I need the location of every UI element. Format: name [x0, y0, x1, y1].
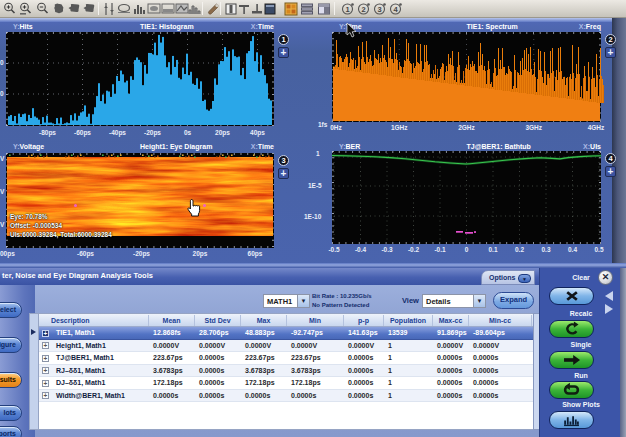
cell-max-cc: 0.0000s: [433, 390, 469, 403]
mouse-cursor-hand-icon: [186, 198, 203, 218]
expand-row-icon[interactable]: +: [42, 367, 49, 374]
column-header-description[interactable]: Description: [39, 315, 149, 326]
cell-min: 0.0000s: [287, 390, 344, 403]
plot-3-add-button[interactable]: +: [278, 168, 289, 179]
y-tick-label: V: [0, 155, 4, 162]
outer-edge-strip: [620, 268, 626, 437]
view-select[interactable]: Details ▼: [422, 294, 486, 308]
expand-row-icon[interactable]: +: [42, 392, 49, 399]
x-tick-label: 20ps: [193, 250, 208, 257]
cell-max: 223.67ps: [241, 352, 287, 365]
y-tick-label: 1fs: [318, 121, 327, 128]
expand-button[interactable]: Expand: [493, 292, 534, 309]
plot-1-add-button[interactable]: +: [278, 47, 289, 58]
x-tick-label: -0.4: [355, 246, 366, 253]
cell-p-p: 141.63ps: [344, 327, 384, 340]
plot-x-axis-label: X:Time: [251, 142, 274, 151]
cell-p-p: 0.0000s: [344, 377, 384, 390]
measurement-name: TJ@BER1, Math1: [52, 352, 149, 365]
cell-min-cc: 0.0000V: [469, 340, 532, 353]
cell-p-p: 0.0000s: [344, 352, 384, 365]
recalc-button[interactable]: [549, 320, 594, 338]
cell-p-p: 0.0000s: [344, 365, 384, 378]
run-label: Run: [551, 372, 611, 379]
cell-std-dev: 0.0000s: [195, 390, 241, 403]
table-row-4[interactable]: +RJ–δδ1, Math13.6783ps0.0000s3.6783ps3.6…: [39, 365, 533, 378]
plot-x-axis-label: X:Freq: [579, 22, 601, 31]
cell-max: 172.18ps: [241, 377, 287, 390]
plot-2-badge[interactable]: 2: [605, 34, 616, 45]
cell-std-dev: 0.0000s: [195, 365, 241, 378]
source-value: MATH1: [267, 297, 292, 306]
cell-mean: 172.18ps: [149, 377, 195, 390]
nav-left-triangle[interactable]: [605, 291, 613, 301]
sidebar-tab-elect[interactable]: elect: [0, 302, 22, 318]
clear-button[interactable]: [549, 287, 594, 305]
show-plots-button[interactable]: [549, 411, 594, 429]
plot-4-add-button[interactable]: +: [605, 166, 616, 177]
x-tick-label: 00ps: [0, 250, 15, 257]
x-tick-label: 0s: [184, 129, 191, 136]
column-header-mean[interactable]: Mean: [149, 315, 195, 326]
cell-max-cc: 0.0000V: [433, 340, 469, 353]
panel-right-section: ✕ ClearRecalcSingleRunShow Plots: [539, 268, 626, 437]
table-row-2[interactable]: +Height1, Math10.0000V0.0000V0.0000V0.00…: [39, 340, 533, 353]
cell-min: 223.67ps: [287, 352, 344, 365]
y-tick-label: 1: [316, 150, 320, 157]
expand-row-icon[interactable]: +: [42, 342, 49, 349]
plot-2-add-button[interactable]: +: [605, 47, 616, 58]
plot-y-axis-label: Y:BER: [339, 142, 360, 151]
chevron-down-icon[interactable]: ▼: [297, 295, 309, 307]
column-header-min[interactable]: Min: [287, 315, 344, 326]
table-row-3[interactable]: +TJ@BER1, Math1223.67ps0.0000s223.67ps22…: [39, 352, 533, 365]
measurement-name: Width@BER1, Math1: [52, 390, 149, 403]
column-header-max[interactable]: Max: [241, 315, 287, 326]
x-tick-label: -20ps: [144, 129, 161, 136]
table-row-1[interactable]: +TIE1, Math112.868fs28.706ps48.883ps-92.…: [39, 327, 533, 340]
column-header-p-p[interactable]: p-p: [344, 315, 384, 326]
panel-title: ter, Noise and Eye Diagram Analysis Tool…: [2, 271, 153, 280]
table-row-5[interactable]: +DJ–δδ1, Math1172.18ps0.0000s172.18ps172…: [39, 377, 533, 390]
sidebar-tab-figure[interactable]: figure: [0, 337, 22, 353]
expand-row-icon[interactable]: +: [42, 380, 49, 387]
sidebar-tab-sults[interactable]: sults: [0, 372, 22, 388]
table-row-6[interactable]: +Width@BER1, Math10.0000s0.0000s0.0000s0…: [39, 390, 533, 403]
measurement-name: RJ–δδ1, Math1: [52, 365, 149, 378]
measurement-name: DJ–δδ1, Math1: [52, 377, 149, 390]
x-tick-label: 0: [465, 246, 469, 253]
x-tick-label: -60ps: [77, 250, 94, 257]
single-button[interactable]: [549, 351, 594, 369]
show-plots-label: Show Plots: [551, 401, 611, 408]
sidebar-tab-ports[interactable]: ports: [0, 426, 22, 437]
x-tick-label: 2GHz: [458, 124, 475, 131]
expand-row-icon[interactable]: +: [42, 330, 49, 337]
plot-4-badge[interactable]: 4: [605, 153, 616, 164]
cell-max-cc: 0.0000s: [433, 365, 469, 378]
column-header-population[interactable]: Population: [384, 315, 433, 326]
column-header-std-dev[interactable]: Std Dev: [195, 315, 241, 326]
recalc-arrow-icon: [550, 321, 593, 337]
expand-row-icon[interactable]: +: [42, 355, 49, 362]
sidebar-tab-lots[interactable]: lots: [0, 405, 22, 421]
chevron-down-icon[interactable]: ▼: [518, 274, 531, 283]
application-window: 1234 Y:HitsTIE1: HistogramX:Time00-80ps-…: [0, 0, 626, 437]
x-tick-label: 4GHz: [588, 124, 605, 131]
source-select[interactable]: MATH1 ▼: [263, 294, 310, 308]
cell-min: 172.18ps: [287, 377, 344, 390]
table-header-row: DescriptionMeanStd DevMaxMinp-pPopulatio…: [39, 314, 533, 327]
run-button[interactable]: [549, 381, 594, 399]
options-menu[interactable]: Options ▼: [481, 270, 535, 285]
x-tick-label: -0.5: [328, 246, 339, 253]
plot-1-badge[interactable]: 1: [278, 34, 289, 45]
single-arrow-icon: [550, 352, 593, 368]
plot-3-badge[interactable]: 3: [278, 155, 289, 166]
column-header-min-cc[interactable]: Min-cc: [469, 315, 532, 326]
cell-min-cc: 0.0000s: [469, 390, 532, 403]
measurement-name: TIE1, Math1: [52, 327, 149, 340]
column-header-max-cc[interactable]: Max-cc: [433, 315, 469, 326]
pattern-status: No Pattern Detected: [312, 301, 372, 310]
cell-min: 3.6783ps: [287, 365, 344, 378]
cell-population: 1: [384, 390, 433, 403]
cell-max-cc: 0.0000s: [433, 352, 469, 365]
chevron-down-icon[interactable]: ▼: [473, 295, 485, 307]
